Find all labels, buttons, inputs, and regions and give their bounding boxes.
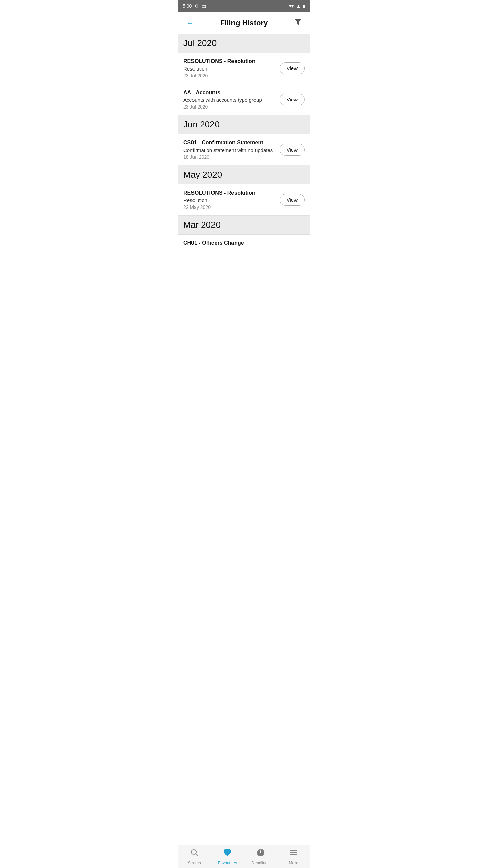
filing-item-title: AA - Accounts [183, 90, 276, 96]
favourites-nav-label: Favourites [218, 861, 237, 865]
clipboard-icon: ▤ [202, 3, 206, 9]
filing-item-info: CS01 - Confirmation StatementConfirmatio… [183, 140, 280, 160]
wifi-icon: ▾▾ [289, 3, 294, 9]
month-header-3: Mar 2020 [178, 216, 310, 235]
filing-item-desc: Confirmation statement with no updates [183, 147, 276, 153]
filing-item: CH01 - Officers Change [178, 235, 310, 253]
month-header-2: May 2020 [178, 165, 310, 184]
status-time: 5:00 [183, 3, 192, 9]
svg-line-2 [196, 854, 198, 856]
filing-item-date: 23 Jul 2020 [183, 73, 276, 78]
filing-history-content: Jul 2020RESOLUTIONS - ResolutionResoluti… [178, 34, 310, 291]
filing-item: RESOLUTIONS - ResolutionResolution23 Jul… [178, 53, 310, 84]
filing-item-info: CH01 - Officers Change [183, 240, 305, 248]
month-header-0: Jul 2020 [178, 34, 310, 53]
signal-icon: ▲ [296, 3, 301, 9]
favourites-nav-icon [223, 848, 232, 859]
filter-icon [294, 18, 302, 26]
filing-item-title: CS01 - Confirmation Statement [183, 140, 276, 146]
filing-item-title: CH01 - Officers Change [183, 240, 301, 246]
bottom-nav: Search Favourites Deadlines [178, 845, 310, 868]
filing-item-desc: Resolution [183, 197, 276, 203]
status-right: ▾▾ ▲ ▮ [289, 3, 305, 9]
view-button[interactable]: View [280, 94, 305, 105]
filing-item: RESOLUTIONS - ResolutionResolution22 May… [178, 184, 310, 216]
search-nav-icon [190, 848, 199, 859]
filing-item: CS01 - Confirmation StatementConfirmatio… [178, 134, 310, 165]
filing-item-info: AA - AccountsAccounts with accounts type… [183, 90, 280, 110]
page-title: Filing History [220, 19, 268, 27]
nav-search[interactable]: Search [178, 846, 211, 868]
filing-item-desc: Resolution [183, 66, 276, 72]
filing-item-info: RESOLUTIONS - ResolutionResolution23 Jul… [183, 58, 280, 78]
battery-icon: ▮ [303, 3, 305, 9]
deadlines-nav-icon [256, 848, 265, 859]
filing-item-date: 23 Jul 2020 [183, 104, 276, 110]
app-bar: ← Filing History [178, 12, 310, 34]
filing-item-info: RESOLUTIONS - ResolutionResolution22 May… [183, 190, 280, 210]
view-button[interactable]: View [280, 62, 305, 74]
nav-more[interactable]: More [277, 846, 310, 868]
filing-item-title: RESOLUTIONS - Resolution [183, 190, 276, 196]
filing-item: AA - AccountsAccounts with accounts type… [178, 84, 310, 115]
more-nav-icon [289, 848, 298, 859]
view-button[interactable]: View [280, 144, 305, 156]
svg-marker-0 [295, 19, 301, 25]
filing-item-date: 22 May 2020 [183, 204, 276, 210]
filing-item-date: 18 Jun 2020 [183, 154, 276, 160]
deadlines-nav-label: Deadlines [251, 861, 269, 865]
month-header-1: Jun 2020 [178, 115, 310, 134]
more-nav-label: More [289, 861, 298, 865]
view-button[interactable]: View [280, 194, 305, 206]
filing-item-title: RESOLUTIONS - Resolution [183, 58, 276, 64]
filing-item-desc: Accounts with accounts type group [183, 97, 276, 103]
nav-deadlines[interactable]: Deadlines [244, 846, 277, 868]
status-left: 5:00 ⚙ ▤ [183, 3, 206, 9]
search-nav-label: Search [188, 861, 201, 865]
settings-icon: ⚙ [195, 3, 199, 9]
back-button[interactable]: ← [183, 16, 197, 31]
status-bar: 5:00 ⚙ ▤ ▾▾ ▲ ▮ [178, 0, 310, 12]
filter-button[interactable] [291, 15, 305, 31]
nav-favourites[interactable]: Favourites [211, 846, 244, 868]
